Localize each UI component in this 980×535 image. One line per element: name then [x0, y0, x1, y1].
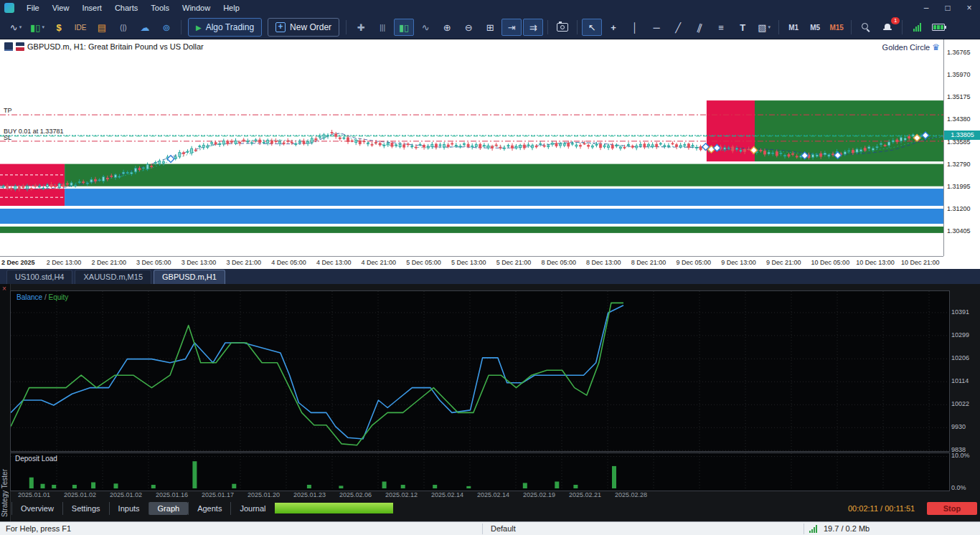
channel-tool-icon[interactable]: ∥: [689, 19, 710, 36]
text-tool-icon[interactable]: T: [732, 19, 753, 36]
time-tick: 10 Dec 05:00: [811, 259, 850, 266]
price-chart-panel[interactable]: GBPUSD.m, H1: Great Britain Pound vs US …: [0, 39, 980, 269]
connection-level-icon[interactable]: [928, 19, 948, 36]
tester-tab[interactable]: Graph: [149, 502, 189, 515]
chart-tab[interactable]: US100.std,H4: [6, 270, 72, 284]
community-icon-glyph: ⊚: [163, 22, 171, 33]
time-tick: 4 Dec 21:00: [362, 259, 397, 266]
chart-mode-line-icon[interactable]: ∿: [415, 19, 435, 36]
tester-panel-title: Strategy Tester: [1, 469, 9, 517]
tester-date-tick: 2025.02.06: [339, 491, 372, 498]
shapes-tool-icon[interactable]: ▧▾: [754, 19, 774, 36]
tester-close-icon[interactable]: ×: [2, 285, 6, 293]
new-chart-icon[interactable]: ∿▾: [6, 19, 26, 36]
test-progress-fill: [275, 503, 393, 513]
balance-graph-box[interactable]: Balance / Equity: [10, 290, 950, 452]
screenshot-camera-icon[interactable]: [552, 19, 573, 36]
menu-item[interactable]: File: [20, 0, 46, 16]
timeframe-m5-button[interactable]: M5: [805, 19, 825, 36]
auto-scroll-icon[interactable]: ⇉: [523, 19, 543, 36]
time-axis[interactable]: 2 Dec 20252 Dec 13:002 Dec 21:003 Dec 05…: [0, 256, 943, 269]
community-icon[interactable]: ⊚: [156, 19, 176, 36]
journal-icon-glyph: ▤: [98, 22, 106, 33]
notifications-bell-icon[interactable]: 1: [877, 19, 897, 36]
stop-button[interactable]: Stop: [927, 502, 977, 515]
time-tick: 5 Dec 21:00: [496, 259, 532, 266]
tester-tab[interactable]: Inputs: [109, 502, 149, 515]
balance-axis-tick: 10206: [951, 354, 969, 361]
time-tick: 9 Dec 13:00: [721, 259, 756, 266]
chart-mode-bars-icon[interactable]: |||: [372, 19, 392, 36]
zoom-in-icon[interactable]: ⊕: [437, 19, 457, 36]
grid-icon[interactable]: ⊞: [480, 19, 500, 36]
horizontal-line-tool-icon[interactable]: ─: [646, 19, 666, 36]
performance-bars-icon: [913, 23, 921, 32]
data-window-icon-glyph: ✚: [357, 22, 365, 33]
data-window-icon[interactable]: ✚: [351, 19, 371, 36]
ide-button-glyph: IDE: [75, 24, 87, 32]
chart-mode-candles-icon[interactable]: ▮▯: [394, 19, 414, 36]
current-price-badge: 1.33805: [944, 131, 980, 140]
window-controls: – □ ×: [915, 0, 980, 16]
algo-trading-button[interactable]: ▶Algo Trading: [188, 18, 262, 37]
dropdown-caret: ▾: [768, 24, 771, 30]
tester-date-tick: 2025.01.02: [110, 491, 142, 498]
balance-axis-tick: 10299: [951, 331, 969, 338]
cursor-tool-icon[interactable]: ↖: [582, 19, 602, 36]
chart-mode-candles-icon-glyph: ▮▯: [399, 22, 409, 33]
menu-item[interactable]: Charts: [108, 0, 144, 16]
tester-date-tick: 2025.01.23: [293, 491, 326, 498]
balance-axis-tick: 9930: [951, 423, 966, 430]
ide-button[interactable]: IDE: [70, 19, 90, 36]
symbols-dollar-icon[interactable]: $: [49, 19, 69, 36]
tester-tab[interactable]: Overview: [11, 502, 62, 515]
connection-level-icon: [932, 24, 945, 31]
deposit-axis-tick: 10.0%: [951, 452, 970, 459]
broker-watermark: Golden Circle ♛: [882, 42, 940, 52]
strategy-tester-panel: × Strategy Tester Balance / Equity Depos…: [0, 284, 980, 521]
chart-shift-icon[interactable]: ⇥: [501, 19, 522, 36]
close-button[interactable]: ×: [958, 0, 980, 16]
chart-tab[interactable]: XAUUSD.m,M15: [75, 270, 151, 284]
journal-icon[interactable]: ▤: [92, 19, 112, 36]
deposit-load-box[interactable]: Deposit Load: [10, 453, 950, 491]
performance-bars-icon[interactable]: [907, 19, 927, 36]
menu-item[interactable]: View: [46, 0, 76, 16]
market-depth-icon[interactable]: (|): [113, 19, 133, 36]
minimize-button[interactable]: –: [915, 0, 937, 16]
tester-tab[interactable]: Journal: [230, 502, 274, 515]
chart-style-icon[interactable]: ▮▯▾: [27, 19, 47, 36]
restore-button[interactable]: □: [937, 0, 958, 16]
price-axis[interactable]: 1.367651.359701.351751.343801.335851.327…: [943, 39, 980, 256]
tester-tab[interactable]: Settings: [62, 502, 109, 515]
equidistant-tool-icon[interactable]: ≡: [711, 19, 731, 36]
search-icon[interactable]: [856, 19, 876, 36]
tester-tab-bar: OverviewSettingsInputsGraphAgentsJournal: [11, 501, 274, 516]
status-profile[interactable]: Default: [491, 524, 516, 533]
zoom-out-icon[interactable]: ⊖: [458, 19, 479, 36]
tester-tab[interactable]: Agents: [188, 502, 230, 515]
cloud-icon[interactable]: ☁: [135, 19, 155, 36]
time-tick: 4 Dec 13:00: [316, 259, 352, 266]
candlestick-chart[interactable]: [0, 39, 943, 256]
cloud-icon-glyph: ☁: [141, 22, 150, 33]
menu-item[interactable]: Tools: [144, 0, 176, 16]
trendline-tool-icon[interactable]: ╱: [668, 19, 688, 36]
menu-item[interactable]: Help: [217, 0, 246, 16]
crosshair-tool-icon[interactable]: +: [603, 19, 623, 36]
timeframe-m15-button[interactable]: M15: [826, 19, 847, 36]
notification-badge: 1: [891, 17, 900, 24]
menu-item[interactable]: Insert: [75, 0, 108, 16]
time-tick: 9 Dec 05:00: [677, 259, 712, 266]
menu-item[interactable]: Window: [176, 0, 217, 16]
new-order-button[interactable]: +New Order: [268, 18, 339, 37]
time-tick: 2 Dec 21:00: [91, 259, 126, 266]
time-tick: 3 Dec 13:00: [182, 259, 217, 266]
vertical-line-tool-icon[interactable]: │: [625, 19, 645, 36]
time-tick: 5 Dec 05:00: [406, 259, 441, 266]
timeframe-m1-button[interactable]: M1: [783, 19, 804, 36]
chart-tab[interactable]: GBPUSD.m,H1: [154, 270, 225, 284]
text-tool-icon-glyph: T: [740, 22, 745, 33]
toolbar-separator: [181, 20, 182, 34]
timeframe-m1-button-glyph: M1: [788, 24, 798, 32]
